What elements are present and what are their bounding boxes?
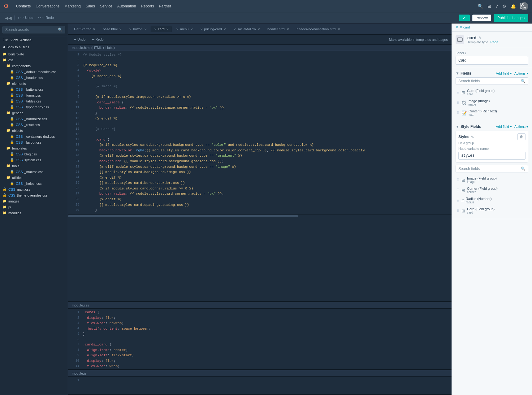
- js-pane-header[interactable]: module.js: [68, 370, 452, 377]
- search-assets-input[interactable]: [5, 28, 58, 32]
- search-icon[interactable]: 🔍: [478, 4, 483, 9]
- search-style-fields-wrap[interactable]: 🔍: [456, 165, 528, 172]
- add-style-field-button[interactable]: Add field ▾: [496, 125, 512, 129]
- tab-close-icon[interactable]: ✕: [176, 28, 179, 31]
- sidebar-item-tools[interactable]: 📁 tools: [0, 163, 68, 169]
- tab-close-icon[interactable]: ✕: [166, 28, 169, 31]
- tab-get-started[interactable]: Get Started ✕: [71, 26, 99, 32]
- sidebar-item-forms-css[interactable]: 🔒 CSS _forms.css: [0, 92, 68, 98]
- tab-close-icon[interactable]: ✕: [257, 28, 260, 31]
- actions-menu[interactable]: Actions: [20, 38, 31, 42]
- html-code-content[interactable]: 1{# Module styles #} 2 3{% require_css %…: [68, 51, 452, 215]
- sidebar-item-modules[interactable]: 📁 modules: [0, 210, 68, 216]
- styles-edit-icon[interactable]: ✎: [471, 135, 474, 139]
- label-input[interactable]: [456, 56, 528, 65]
- help-icon[interactable]: ?: [495, 4, 498, 9]
- view-menu[interactable]: View: [11, 38, 18, 42]
- sidebar-item-elements[interactable]: 📁 elements: [0, 80, 68, 86]
- tab-close-icon[interactable]: ✕: [119, 28, 122, 31]
- user-avatar[interactable]: LC Dev: [520, 2, 528, 10]
- nav-contacts[interactable]: Contacts: [16, 4, 31, 8]
- drag-handle-icon[interactable]: ⠿: [457, 198, 460, 203]
- sidebar-item-macros-css[interactable]: 🔒 CSS _macros.css: [0, 169, 68, 175]
- sidebar-item-boilerplate[interactable]: 📁 boilerplate: [0, 51, 68, 57]
- search-fields-input[interactable]: [458, 79, 521, 83]
- sidebar-item-css[interactable]: 📁 css: [0, 57, 68, 63]
- file-menu[interactable]: File: [2, 38, 8, 42]
- label-info-icon[interactable]: ℹ: [465, 51, 466, 55]
- sidebar-item-layout-css[interactable]: 🔒 CSS _layout.css: [0, 139, 68, 145]
- nav-reports[interactable]: Reports: [141, 4, 154, 8]
- style-fields-collapse-arrow[interactable]: ▼: [456, 124, 459, 129]
- sidebar-item-tables-css[interactable]: 🔒 CSS _tables.css: [0, 98, 68, 104]
- tab-card[interactable]: ✕ card ✕: [151, 26, 172, 32]
- drag-handle-icon[interactable]: ⠿: [457, 178, 460, 182]
- styles-delete-button[interactable]: 🗑: [517, 133, 526, 140]
- sidebar-item-templates[interactable]: 📁 templates: [0, 145, 68, 151]
- drag-handle-icon[interactable]: ⠿: [457, 188, 460, 193]
- sidebar-item-generic[interactable]: 📁 generic: [0, 110, 68, 116]
- add-field-button[interactable]: Add field ▾: [496, 72, 512, 76]
- preview-button[interactable]: Preview: [472, 15, 491, 21]
- tab-button[interactable]: ✕ button ✕: [126, 26, 150, 32]
- tab-menu[interactable]: ✕ menu ✕: [173, 26, 196, 32]
- sidebar-item-reset-css[interactable]: 🔒 CSS _reset.css: [0, 122, 68, 128]
- sidebar-item-blog-css[interactable]: 🔒 CSS blog.css: [0, 151, 68, 157]
- nav-automation[interactable]: Automation: [117, 4, 136, 8]
- tab-close-icon[interactable]: ✕: [287, 28, 289, 31]
- card-breadcrumb[interactable]: ✕ ✕ card: [456, 25, 470, 29]
- html-pane-header[interactable]: module.html (HTML + HubL): [68, 45, 452, 51]
- search-input-wrap[interactable]: 🔍: [2, 26, 65, 33]
- field-item-card-group[interactable]: ⠿ ⊞ Card (Field group) card: [456, 87, 528, 98]
- style-field-item-radius[interactable]: ⠿ # Radius (Number) radius: [456, 195, 528, 206]
- css-pane-header[interactable]: module.css: [68, 302, 452, 309]
- fields-collapse-arrow[interactable]: ▼: [456, 71, 459, 76]
- sidebar-item-js[interactable]: 📁 js: [0, 204, 68, 210]
- make-available-toggle[interactable]: ✓: [459, 15, 470, 21]
- drag-handle-icon[interactable]: ⠿: [457, 90, 460, 95]
- fields-actions-button[interactable]: Actions ▾: [514, 72, 528, 76]
- redo-btn[interactable]: ↪ Redo: [90, 37, 105, 42]
- toggle-box[interactable]: ✓: [459, 15, 470, 21]
- tab-base-html[interactable]: base.html ✕: [99, 26, 125, 32]
- tab-close-icon[interactable]: ✕: [233, 28, 236, 31]
- sidebar-item-helper-css[interactable]: 🔒 CSS _helper.css: [0, 180, 68, 186]
- style-fields-actions-button[interactable]: Actions ▾: [514, 125, 528, 129]
- drag-handle-icon[interactable]: ⠿: [457, 209, 460, 213]
- style-field-item-card[interactable]: ⠿ ⊞ Card (Field group) card: [456, 206, 528, 216]
- undo-button[interactable]: ↩ ↩ Undo: [16, 15, 35, 21]
- sidebar-item-main-css[interactable]: 🔒 CSS main.css: [0, 186, 68, 192]
- tab-close-icon[interactable]: ✕: [129, 28, 132, 31]
- sidebar-item-header-css[interactable]: 🔒 CSS _header.css: [0, 75, 68, 80]
- nav-marketing[interactable]: Marketing: [64, 4, 81, 8]
- hubl-var-input[interactable]: [458, 152, 526, 160]
- tab-close-icon[interactable]: ✕: [93, 28, 95, 31]
- style-field-item-image[interactable]: ⠿ ⊞ Image (Field group) image: [456, 175, 528, 185]
- undo-btn[interactable]: ↩ Undo: [72, 37, 87, 42]
- redo-button[interactable]: ↪ ↪ Redo: [36, 15, 55, 21]
- tab-close-icon[interactable]: ✕: [200, 28, 203, 31]
- sidebar-item-components[interactable]: 📁 components: [0, 63, 68, 69]
- nav-partner[interactable]: Partner: [159, 4, 171, 8]
- sidebar-item-normalize-css[interactable]: 🔒 CSS _normalize.css: [0, 116, 68, 122]
- drag-handle-icon[interactable]: ⠿: [457, 111, 460, 115]
- nav-conversations[interactable]: Conversations: [36, 4, 59, 8]
- sidebar-item-typography-css[interactable]: 🔒 CSS _typography.css: [0, 104, 68, 110]
- field-item-image[interactable]: ⠿ 🖼 Image (Image) image: [456, 98, 528, 108]
- sidebar-item-default-modules[interactable]: 🔒 CSS _default-modules.css: [0, 69, 68, 75]
- sidebar-item-buttons-css[interactable]: 🔒 CSS _buttons.css: [0, 86, 68, 92]
- sidebar-item-containers-dnd[interactable]: 🔒 CSS _containers-dnd.css: [0, 133, 68, 139]
- sidebar-item-system-css[interactable]: 🔒 CSS system.css: [0, 157, 68, 163]
- tab-close-icon[interactable]: ✕: [154, 28, 157, 31]
- js-code-content[interactable]: 1: [68, 377, 452, 384]
- style-field-item-corner[interactable]: ⠿ ⊞ Corner (Field group) corner: [456, 185, 528, 195]
- tab-header-no-nav[interactable]: header-no-navigation.html ✕: [293, 26, 344, 32]
- tab-close-icon[interactable]: ✕: [144, 28, 147, 31]
- settings-icon[interactable]: ⚙: [502, 4, 506, 9]
- collapse-sidebar-btn[interactable]: ◀◀: [4, 14, 13, 22]
- search-fields-wrap[interactable]: 🔍: [456, 77, 528, 85]
- sidebar-item-images[interactable]: 📁 images: [0, 198, 68, 204]
- tab-social-follow[interactable]: ✕ social-follow ✕: [230, 26, 263, 32]
- drag-handle-icon[interactable]: ⠿: [457, 101, 460, 105]
- nav-service[interactable]: Service: [100, 4, 112, 8]
